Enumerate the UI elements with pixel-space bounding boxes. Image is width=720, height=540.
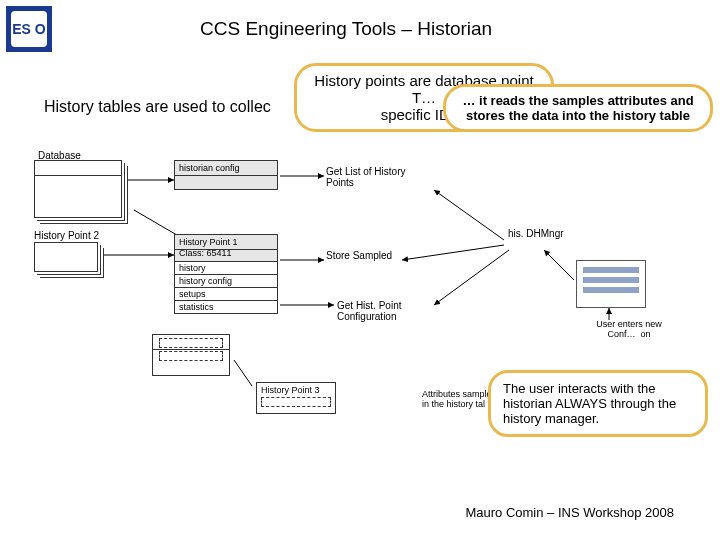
hp1-row-setups: setups bbox=[175, 287, 277, 300]
callout-user-interacts: The user interacts with the historian AL… bbox=[488, 370, 708, 437]
eso-logo-text: ES O bbox=[11, 11, 47, 47]
dashed-row-1 bbox=[159, 338, 223, 348]
historian-config-head: historian config bbox=[175, 161, 277, 176]
hp1-row-history: history bbox=[175, 261, 277, 274]
svg-line-6 bbox=[234, 360, 252, 386]
history-point-1-title: History Point 1 bbox=[179, 237, 238, 247]
text-get-list: Get List of History Points bbox=[326, 166, 416, 188]
database-label: Database bbox=[38, 150, 81, 161]
footer-credit: Mauro Comin – INS Workshop 2008 bbox=[465, 505, 674, 520]
text-user-enters-config: User enters new Conf… on bbox=[584, 320, 674, 340]
bar-row bbox=[583, 287, 639, 293]
intro-text: History tables are used to collec bbox=[44, 98, 271, 116]
history-table-graphic bbox=[576, 260, 646, 308]
historian-config-box: historian config bbox=[174, 160, 278, 190]
bar-row bbox=[583, 277, 639, 283]
text-store-sampled: Store Sampled bbox=[326, 250, 396, 261]
page-title: CCS Engineering Tools – Historian bbox=[200, 18, 492, 40]
database-card bbox=[34, 160, 122, 218]
eso-logo: ES O bbox=[6, 6, 52, 52]
history-point-3-box: History Point 3 bbox=[256, 382, 336, 414]
bar-row bbox=[583, 267, 639, 273]
hp1-row-statistics: statistics bbox=[175, 300, 277, 313]
sub-dash-box bbox=[152, 334, 230, 376]
callout-reads-samples: … it reads the samples attributes and st… bbox=[443, 84, 713, 132]
history-point-1-class: Class: 65411 bbox=[179, 248, 232, 258]
dashed-row-2 bbox=[159, 351, 223, 361]
hp1-row-history-config: history config bbox=[175, 274, 277, 287]
his-dhmngr-label: his. DHMngr bbox=[508, 228, 564, 239]
history-point-1-box: History Point 1 Class: 65411 history his… bbox=[174, 234, 278, 314]
history-point-3-label: History Point 3 bbox=[261, 385, 320, 395]
text-get-config: Get Hist. Point Configuration bbox=[337, 300, 427, 322]
history-point-2-label: History Point 2 bbox=[34, 230, 99, 241]
history-point-2-card bbox=[34, 242, 98, 272]
